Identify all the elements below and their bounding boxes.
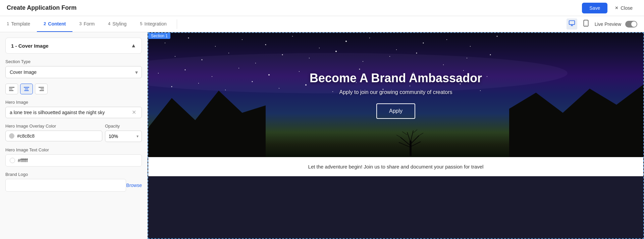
app-header: Create Application Form Save Close (0, 0, 644, 16)
svg-line-78 (419, 133, 423, 136)
align-right-icon (39, 87, 44, 91)
step-content[interactable]: 2 Content (37, 16, 72, 32)
header-actions: Save Close (582, 3, 637, 13)
align-center-icon (24, 87, 29, 91)
svg-line-75 (402, 132, 407, 135)
tree-svg (394, 126, 427, 156)
text-color-input[interactable]: #ffffff (5, 154, 142, 166)
step-form-num: 3 (79, 21, 82, 26)
hero-image-input[interactable] (10, 110, 130, 115)
app-title: Create Application Form (7, 4, 76, 11)
svg-point-25 (446, 39, 447, 40)
svg-point-4 (586, 25, 586, 26)
step-form-label: Form (84, 21, 95, 27)
preview-area: Section 1 .star-dot { position: absolute… (148, 32, 644, 239)
section-type-field: Section Type Cover Image (5, 59, 142, 78)
svg-point-40 (490, 54, 491, 55)
below-cover-text: Let the adventure begin! Join us to shar… (308, 164, 484, 170)
svg-line-74 (411, 131, 413, 142)
align-left-button[interactable] (5, 84, 18, 94)
text-color-field: Hero Image Text Color #ffffff (5, 147, 142, 166)
text-color-hex: #ffffff (18, 158, 28, 163)
brand-logo-field: Brand Logo Browse (5, 172, 142, 192)
preview-controls: Live Preview (567, 18, 644, 30)
svg-point-37 (416, 53, 417, 54)
hero-image-field: Hero Image ✕ (5, 100, 142, 118)
svg-point-24 (423, 43, 424, 44)
hero-image-label: Hero Image (5, 100, 142, 105)
brand-logo-input[interactable] (5, 179, 126, 192)
svg-point-16 (215, 46, 216, 47)
section-badge: Section 1 (148, 33, 170, 39)
text-color-label: Hero Image Text Color (5, 147, 142, 152)
section-header[interactable]: 1 - Cover Image ▲ (5, 38, 142, 54)
svg-rect-10 (24, 90, 29, 91)
overlay-color-input[interactable]: #c8c8c8 (5, 131, 102, 141)
svg-rect-13 (40, 90, 44, 91)
step-divider (177, 19, 177, 29)
opacity-select-wrapper: 10%20%30% 40%50%60% (105, 131, 142, 142)
svg-rect-8 (24, 87, 29, 88)
align-right-button[interactable] (35, 84, 48, 94)
step-integration-num: 5 (140, 21, 142, 26)
svg-rect-7 (9, 90, 13, 91)
svg-point-19 (292, 36, 293, 37)
svg-point-22 (369, 38, 370, 38)
svg-point-34 (335, 51, 337, 52)
step-content-label: Content (48, 21, 66, 27)
svg-rect-12 (41, 89, 44, 89)
browse-button[interactable]: Browse (126, 183, 142, 188)
align-center-button[interactable] (20, 84, 33, 94)
step-integration-label: Integration (145, 21, 167, 27)
svg-point-27 (497, 36, 498, 37)
svg-point-17 (242, 39, 243, 40)
opacity-select[interactable]: 10%20%30% 40%50%60% (105, 131, 142, 142)
svg-point-28 (175, 56, 175, 57)
hero-image-input-wrapper: ✕ (5, 107, 142, 118)
desktop-view-button[interactable] (567, 18, 577, 30)
section-type-select[interactable]: Cover Image (5, 66, 142, 78)
panel-content: Section Type Cover Image (0, 54, 147, 202)
section-type-label: Section Type (5, 59, 142, 64)
svg-point-15 (188, 38, 189, 39)
step-styling-label: Styling (112, 21, 126, 27)
close-button[interactable]: Close (610, 3, 637, 13)
brand-logo-label: Brand Logo (5, 172, 142, 177)
step-template[interactable]: 1 Template (0, 16, 37, 32)
step-integration[interactable]: 5 Integration (133, 16, 173, 32)
svg-rect-0 (569, 21, 575, 25)
brand-logo-row: Browse (5, 179, 142, 192)
step-form[interactable]: 3 Form (72, 16, 101, 32)
step-styling-num: 4 (108, 21, 110, 26)
svg-point-20 (319, 48, 320, 48)
live-preview-toggle[interactable] (625, 21, 637, 28)
svg-point-30 (228, 53, 229, 53)
svg-point-23 (396, 49, 397, 50)
svg-rect-9 (25, 89, 28, 89)
section-header-title: 1 - Cover Image (11, 43, 49, 49)
svg-rect-5 (9, 87, 14, 88)
svg-line-76 (413, 130, 417, 133)
text-color-swatch (10, 158, 15, 163)
svg-line-77 (396, 135, 400, 137)
section-type-select-wrapper: Cover Image (5, 66, 142, 78)
svg-point-18 (265, 44, 266, 45)
step-styling[interactable]: 4 Styling (101, 16, 133, 32)
svg-rect-6 (9, 89, 12, 89)
opacity-field: Opacity 10%20%30% 40%50%60% (105, 124, 142, 142)
cover-text-overlay: Become A Brand Ambassador Apply to join … (303, 64, 489, 126)
cover-section: .star-dot { position: absolute; backgrou… (148, 33, 643, 157)
svg-line-73 (407, 132, 411, 142)
step-template-label: Template (11, 21, 30, 27)
desktop-icon (569, 20, 575, 27)
save-button[interactable]: Save (582, 3, 607, 13)
hero-image-clear-button[interactable]: ✕ (130, 110, 138, 115)
cover-subtitle: Apply to join our growing community of c… (310, 89, 482, 95)
svg-point-21 (345, 41, 347, 42)
mobile-view-button[interactable] (581, 18, 591, 30)
overlay-color-row: Hero Image Overlay Color #c8c8c8 Opacity… (5, 124, 142, 142)
step-nav: 1 Template 2 Content 3 Form 4 Styling 5 … (0, 16, 644, 32)
step-template-num: 1 (7, 21, 9, 26)
cover-apply-button[interactable]: Apply (376, 103, 415, 119)
svg-rect-11 (39, 87, 44, 88)
